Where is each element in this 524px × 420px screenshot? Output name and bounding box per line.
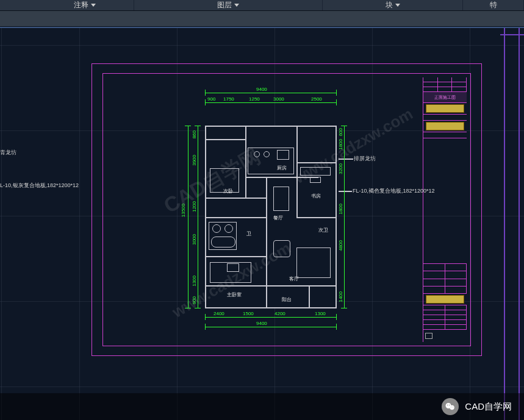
footer-overlay: CAD自学网 bbox=[0, 393, 524, 420]
dimension-text: 9400 bbox=[256, 321, 267, 326]
chevron-down-icon bbox=[234, 4, 239, 7]
dimension-text: 1750 bbox=[223, 96, 234, 102]
dimension-line bbox=[344, 126, 345, 308]
ribbon-label: 图层 bbox=[217, 0, 232, 10]
drawing-canvas[interactable]: 青龙坊 L-10,银灰复合地板,182*1200*12 正面施工图 bbox=[0, 27, 524, 420]
dimension-text: 13500 bbox=[181, 204, 186, 217]
leader-text: L-10,银灰复合地板,182*1200*12 bbox=[0, 182, 79, 190]
floor-plan: 厨房 书房 次卧 餐厅 卫 次卫 客厅 主卧室 阳台 bbox=[205, 126, 337, 308]
room-label: 次卫 bbox=[318, 227, 328, 233]
dimension-text: 600 bbox=[338, 128, 343, 136]
viewport-edge bbox=[0, 27, 524, 34]
dimension-text: 3900 bbox=[192, 155, 197, 166]
chevron-down-icon bbox=[395, 4, 400, 7]
dimension-text: 1500 bbox=[243, 311, 254, 316]
titleblock-field bbox=[426, 122, 464, 130]
dimension-line bbox=[198, 126, 198, 308]
ribbon-group-block[interactable]: 块 bbox=[323, 0, 463, 10]
dimension-text: 3000 bbox=[192, 234, 197, 245]
room-label: 餐厅 bbox=[273, 215, 283, 221]
dimension-text: 1300 bbox=[192, 276, 197, 287]
titleblock-table bbox=[423, 263, 467, 294]
dimension-text: 1300 bbox=[315, 311, 326, 316]
dimension-text: 3200 bbox=[338, 163, 343, 174]
guide-line bbox=[500, 34, 524, 35]
guide-line bbox=[504, 27, 505, 420]
svg-point-2 bbox=[447, 405, 448, 406]
stamp-box bbox=[425, 333, 432, 339]
dimension-text: 900 bbox=[207, 96, 215, 102]
dimension-text: 1800 bbox=[338, 204, 343, 215]
ribbon-label: 块 bbox=[386, 0, 393, 10]
titleblock-heading: 正面施工图 bbox=[423, 92, 467, 103]
ribbon-label: 注释 bbox=[74, 0, 88, 10]
dimension-text: 860 bbox=[192, 130, 197, 138]
furniture-desk bbox=[300, 167, 331, 176]
secondary-toolbar bbox=[0, 11, 524, 27]
ribbon-group-layer[interactable]: 图层 bbox=[134, 0, 323, 10]
leader-text: 排屏龙坊 bbox=[354, 155, 376, 163]
furniture-sofa bbox=[296, 247, 331, 278]
dimension-text: 2500 bbox=[311, 96, 322, 102]
dimension-text: 2400 bbox=[214, 311, 224, 316]
room-label: 次卧 bbox=[223, 188, 233, 194]
ribbon-label: 特 bbox=[490, 0, 497, 10]
leader-text: 青龙坊 bbox=[0, 149, 16, 157]
room-label: 阳台 bbox=[282, 296, 292, 303]
ribbon-group-annotate[interactable]: 注释 bbox=[37, 0, 134, 10]
dimension-line bbox=[205, 93, 337, 93]
title-block: 正面施工图 bbox=[423, 77, 467, 342]
room-label: 厨房 bbox=[277, 165, 287, 171]
svg-point-5 bbox=[453, 407, 453, 407]
leader-text: FL-10,褐色复合地板,182*1200*12 bbox=[353, 187, 435, 195]
svg-point-4 bbox=[451, 407, 451, 407]
guide-line bbox=[519, 27, 520, 420]
dimension-text: 4800 bbox=[338, 240, 343, 251]
dimension-text: 3000 bbox=[273, 96, 284, 102]
chevron-down-icon bbox=[91, 4, 96, 7]
dimension-text: 1250 bbox=[249, 96, 260, 102]
svg-point-1 bbox=[450, 405, 455, 410]
wechat-icon bbox=[442, 398, 459, 415]
room-label: 书房 bbox=[311, 193, 321, 199]
dimension-text: 4200 bbox=[275, 311, 285, 316]
furniture-dining-table bbox=[273, 187, 289, 211]
ribbon-bar: 注释 图层 块 特 bbox=[0, 0, 524, 11]
dimension-text: 1400 bbox=[338, 291, 343, 302]
dimension-line bbox=[205, 317, 337, 318]
titleblock-field bbox=[426, 295, 464, 304]
dimension-text: 900 bbox=[192, 296, 197, 304]
room-label: 客厅 bbox=[289, 276, 299, 282]
titleblock-field bbox=[426, 104, 464, 113]
dimension-text: 1200 bbox=[192, 201, 197, 212]
dimension-line bbox=[205, 327, 337, 327]
dimension-text: 1800 bbox=[338, 139, 343, 150]
svg-point-3 bbox=[449, 405, 450, 406]
dimension-line bbox=[205, 102, 337, 103]
room-label: 卫 bbox=[246, 230, 251, 237]
footer-brand: CAD自学网 bbox=[465, 401, 512, 413]
dimension-text: 9400 bbox=[256, 87, 267, 92]
room-label: 主卧室 bbox=[227, 291, 242, 298]
dimension-line bbox=[188, 126, 188, 308]
ribbon-group-properties[interactable]: 特 bbox=[463, 0, 524, 10]
